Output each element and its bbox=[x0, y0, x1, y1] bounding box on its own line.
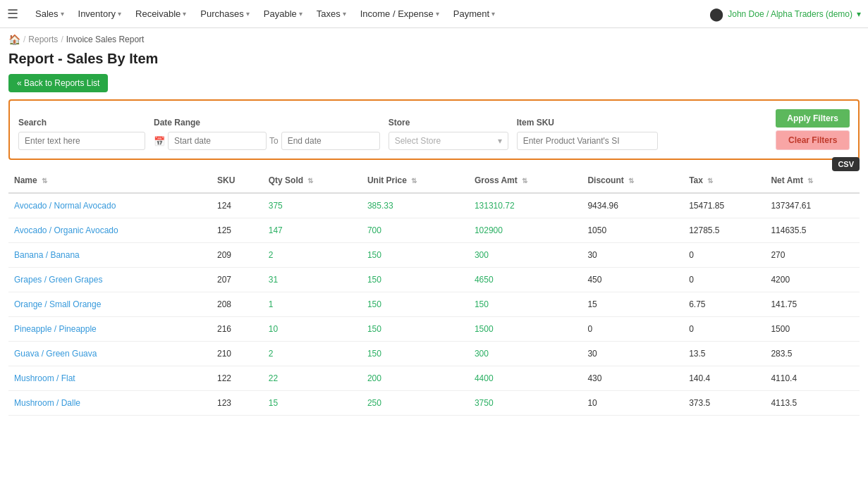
sort-icon-tax: ⇅ bbox=[707, 177, 713, 185]
cell-discount: 430 bbox=[582, 366, 683, 391]
cell-unit-price[interactable]: 150 bbox=[362, 292, 469, 317]
nav-label-taxes: Taxes bbox=[317, 8, 341, 19]
cell-tax: 6.75 bbox=[683, 292, 765, 317]
nav-item-inventory[interactable]: Inventory ▾ bbox=[73, 4, 127, 23]
github-icon: ⬤ bbox=[709, 6, 723, 22]
cell-gross-amt[interactable]: 4400 bbox=[469, 366, 582, 391]
sort-icon-net: ⇅ bbox=[807, 177, 813, 185]
cell-gross-amt[interactable]: 300 bbox=[469, 243, 582, 268]
cell-qty-sold[interactable]: 375 bbox=[263, 193, 362, 218]
col-discount[interactable]: Discount ⇅ bbox=[582, 168, 683, 193]
search-label: Search bbox=[18, 118, 145, 128]
cell-sku: 208 bbox=[212, 292, 263, 317]
cell-sku: 207 bbox=[212, 268, 263, 292]
nav-item-purchases[interactable]: Purchases ▾ bbox=[195, 4, 255, 23]
cell-qty-sold[interactable]: 22 bbox=[263, 366, 362, 391]
cell-name[interactable]: Banana / Banana bbox=[8, 243, 212, 268]
col-name[interactable]: Name ⇅ bbox=[8, 168, 212, 193]
cell-net-amt: 4113.5 bbox=[765, 391, 860, 416]
user-menu[interactable]: ⬤ John Doe / Alpha Traders (demo) ▾ bbox=[709, 6, 861, 22]
cell-tax: 15471.85 bbox=[683, 193, 765, 218]
cell-gross-amt[interactable]: 150 bbox=[469, 292, 582, 317]
cell-qty-sold[interactable]: 147 bbox=[263, 218, 362, 243]
search-filter-group: Search bbox=[18, 118, 145, 150]
back-to-reports-button[interactable]: « Back to Reports List bbox=[8, 74, 108, 92]
cell-discount: 1050 bbox=[582, 218, 683, 243]
cell-gross-amt[interactable]: 3750 bbox=[469, 391, 582, 416]
cell-gross-amt[interactable]: 4650 bbox=[469, 268, 582, 292]
cell-unit-price[interactable]: 150 bbox=[362, 342, 469, 366]
col-unit-price[interactable]: Unit Price ⇅ bbox=[362, 168, 469, 193]
cell-tax: 140.4 bbox=[683, 366, 765, 391]
cell-net-amt: 4200 bbox=[765, 268, 860, 292]
start-date-input[interactable] bbox=[168, 132, 267, 150]
home-icon[interactable]: 🏠 bbox=[8, 34, 20, 45]
sort-icon-unit-price: ⇅ bbox=[411, 177, 417, 185]
cell-net-amt: 4110.4 bbox=[765, 366, 860, 391]
cell-name[interactable]: Avocado / Normal Avocado bbox=[8, 193, 212, 218]
cell-name[interactable]: Grapes / Green Grapes bbox=[8, 268, 212, 292]
col-net-amt[interactable]: Net Amt ⇅ bbox=[765, 168, 860, 193]
cell-gross-amt[interactable]: 300 bbox=[469, 342, 582, 366]
cell-name[interactable]: Mushroom / Dalle bbox=[8, 391, 212, 416]
cell-unit-price[interactable]: 700 bbox=[362, 218, 469, 243]
cell-name[interactable]: Pineapple / Pineapple bbox=[8, 317, 212, 342]
search-input[interactable] bbox=[18, 132, 145, 150]
cell-unit-price[interactable]: 150 bbox=[362, 317, 469, 342]
cell-net-amt: 1500 bbox=[765, 317, 860, 342]
table-row: Avocado / Organic Avocado125147700102900… bbox=[8, 218, 860, 243]
cell-gross-amt[interactable]: 102900 bbox=[469, 218, 582, 243]
chevron-down-icon: ▾ bbox=[491, 10, 495, 18]
cell-discount: 9434.96 bbox=[582, 193, 683, 218]
nav-item-sales[interactable]: Sales ▾ bbox=[30, 4, 70, 23]
sku-input[interactable] bbox=[517, 132, 658, 150]
chevron-down-icon: ▾ bbox=[118, 10, 121, 18]
cell-gross-amt[interactable]: 131310.72 bbox=[469, 193, 582, 218]
cell-name[interactable]: Guava / Green Guava bbox=[8, 342, 212, 366]
hamburger-menu[interactable]: ☰ bbox=[7, 6, 18, 22]
store-filter-group: Store Select Store ▾ bbox=[389, 118, 508, 150]
chevron-down-icon: ▾ bbox=[246, 10, 250, 18]
nav-item-payable[interactable]: Payable ▾ bbox=[258, 4, 308, 23]
nav-items: Sales ▾ Inventory ▾ Receivable ▾ Purchas… bbox=[30, 4, 709, 23]
top-navigation: ☰ Sales ▾ Inventory ▾ Receivable ▾ Purch… bbox=[0, 0, 868, 28]
cell-name[interactable]: Mushroom / Flat bbox=[8, 366, 212, 391]
cell-qty-sold[interactable]: 15 bbox=[263, 391, 362, 416]
col-qty-sold[interactable]: Qty Sold ⇅ bbox=[263, 168, 362, 193]
store-select[interactable]: Select Store ▾ bbox=[389, 132, 508, 150]
nav-item-income-expense[interactable]: Income / Expense ▾ bbox=[355, 4, 445, 23]
cell-unit-price[interactable]: 150 bbox=[362, 268, 469, 292]
cell-name[interactable]: Orange / Small Orange bbox=[8, 292, 212, 317]
cell-qty-sold[interactable]: 31 bbox=[263, 268, 362, 292]
cell-unit-price[interactable]: 250 bbox=[362, 391, 469, 416]
breadcrumb-reports[interactable]: Reports bbox=[28, 35, 58, 44]
nav-item-receivable[interactable]: Receivable ▾ bbox=[130, 4, 192, 23]
cell-unit-price[interactable]: 150 bbox=[362, 243, 469, 268]
nav-item-payment[interactable]: Payment ▾ bbox=[448, 4, 501, 23]
cell-unit-price[interactable]: 200 bbox=[362, 366, 469, 391]
cell-qty-sold[interactable]: 10 bbox=[263, 317, 362, 342]
cell-gross-amt[interactable]: 1500 bbox=[469, 317, 582, 342]
col-tax[interactable]: Tax ⇅ bbox=[683, 168, 765, 193]
apply-filters-button[interactable]: Apply Filters bbox=[776, 109, 850, 128]
cell-discount: 0 bbox=[582, 317, 683, 342]
cell-qty-sold[interactable]: 2 bbox=[263, 342, 362, 366]
csv-export-button[interactable]: CSV bbox=[832, 157, 860, 171]
col-gross-amt[interactable]: Gross Amt ⇅ bbox=[469, 168, 582, 193]
col-sku: SKU bbox=[212, 168, 263, 193]
table-row: Banana / Banana2092150300300270 bbox=[8, 243, 860, 268]
chevron-down-icon: ▾ bbox=[343, 10, 346, 18]
cell-discount: 15 bbox=[582, 292, 683, 317]
cell-name[interactable]: Avocado / Organic Avocado bbox=[8, 218, 212, 243]
table-row: Mushroom / Flat122222004400430140.44110.… bbox=[8, 366, 860, 391]
nav-label-inventory: Inventory bbox=[78, 8, 116, 19]
nav-item-taxes[interactable]: Taxes ▾ bbox=[311, 4, 352, 23]
end-date-input[interactable] bbox=[281, 132, 380, 150]
cell-qty-sold[interactable]: 2 bbox=[263, 243, 362, 268]
nav-label-payable: Payable bbox=[264, 8, 297, 19]
chevron-down-icon: ▾ bbox=[436, 10, 439, 18]
cell-unit-price[interactable]: 385.33 bbox=[362, 193, 469, 218]
clear-filters-button[interactable]: Clear Filters bbox=[776, 130, 850, 150]
cell-qty-sold[interactable]: 1 bbox=[263, 292, 362, 317]
cell-sku: 124 bbox=[212, 193, 263, 218]
